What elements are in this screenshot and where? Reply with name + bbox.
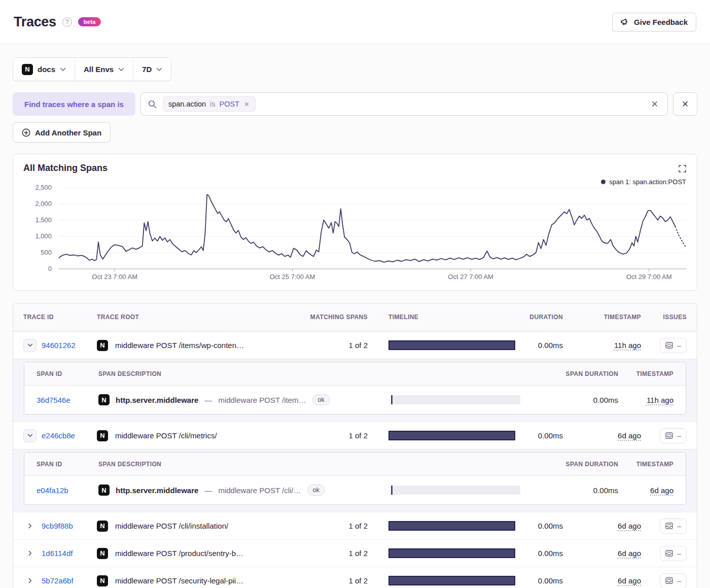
trace-timestamp[interactable]: 6d ago — [618, 549, 641, 558]
add-another-span-button[interactable]: Add Another Span — [13, 122, 111, 143]
project-selector[interactable]: N docs — [13, 58, 75, 81]
collapse-row-button[interactable] — [23, 429, 37, 442]
megaphone-icon — [621, 18, 629, 26]
help-icon[interactable]: ? — [62, 17, 72, 27]
chevron-right-icon — [28, 550, 32, 556]
x-axis-label: Oct 25 7:00 AM — [270, 273, 315, 281]
span-id-link[interactable]: e04fa12b — [37, 486, 68, 495]
span-timestamp[interactable]: 6d ago — [650, 486, 673, 495]
trace-root-text: middleware POST /security-legal-pii… — [115, 576, 243, 585]
issues-button[interactable]: – — [660, 573, 687, 588]
query-filter-chip[interactable]: span.action is POST ✕ — [163, 96, 256, 112]
spans-chart: 05001,0001,5002,0002,500 Oct 23 7:00 AMO… — [23, 188, 687, 272]
span-subtable-header: SPAN ID SPAN DESCRIPTION SPAN DURATION T… — [24, 453, 686, 476]
col-span-id: SPAN ID — [37, 370, 98, 377]
delete-span-row-button[interactable]: ✕ — [673, 92, 697, 116]
trace-timeline-bar[interactable] — [388, 431, 515, 440]
issues-button[interactable]: – — [660, 338, 687, 353]
y-axis-label: 2,000 — [35, 200, 52, 207]
trace-root-text: middleware POST /cli/installation/ — [115, 522, 228, 530]
issue-tray-icon — [665, 523, 673, 529]
trace-timeline-bar[interactable] — [388, 521, 515, 531]
trace-duration: 0.00ms — [515, 522, 563, 530]
date-range-selector-label: 7D — [142, 65, 152, 74]
remove-filter-icon[interactable]: ✕ — [243, 100, 250, 108]
fullscreen-icon[interactable] — [679, 165, 686, 172]
legend-label: span 1: span.action:POST — [609, 178, 686, 186]
span-status-badge: ok — [312, 394, 330, 405]
trace-id-link[interactable]: 94601262 — [42, 341, 76, 350]
chart-plot-area[interactable]: Oct 23 7:00 AMOct 25 7:00 AMOct 27 7:00 … — [59, 188, 687, 272]
trace-id-link[interactable]: e246cb8e — [42, 431, 75, 440]
col-timeline: TIMELINE — [368, 314, 515, 321]
search-icon — [148, 100, 157, 109]
span-timeline-bar[interactable] — [391, 486, 520, 495]
find-traces-label: Find traces where a span is — [13, 92, 135, 116]
filter-chip-value: POST — [220, 100, 239, 108]
trace-id-link[interactable]: 9cb9f88b — [42, 522, 73, 530]
trace-id-link[interactable]: 1d6114df — [42, 549, 73, 558]
span-duration: 0.00ms — [520, 396, 618, 404]
clear-search-icon[interactable]: ✕ — [649, 97, 660, 112]
span-timeline-bar[interactable] — [391, 395, 520, 404]
matching-spans-count: 1 of 2 — [297, 431, 368, 440]
chevron-down-icon — [27, 434, 33, 437]
span-row: e04fa12b N http.server.middleware — midd… — [24, 476, 686, 504]
y-axis-label: 2,500 — [35, 184, 52, 191]
trace-timestamp[interactable]: 6d ago — [618, 576, 641, 585]
col-span-description: SPAN DESCRIPTION — [98, 461, 391, 468]
trace-duration: 0.00ms — [515, 549, 563, 558]
trace-timeline-bar[interactable] — [388, 576, 515, 585]
expand-row-button[interactable] — [23, 520, 37, 533]
issues-button[interactable]: – — [660, 546, 687, 561]
issue-tray-icon — [665, 432, 673, 439]
x-axis-label: Oct 23 7:00 AM — [92, 273, 137, 281]
span-desc-separator: — — [204, 486, 212, 495]
chevron-right-icon — [28, 578, 32, 583]
span-status-badge: ok — [307, 485, 325, 496]
trace-timeline-bar[interactable] — [388, 340, 515, 350]
y-axis-label: 500 — [41, 249, 52, 256]
collapse-row-button[interactable] — [23, 339, 37, 352]
nextjs-project-icon: N — [98, 485, 110, 496]
span-desc-separator: — — [204, 396, 212, 404]
chart-legend[interactable]: span 1: span.action:POST — [601, 178, 686, 186]
expand-row-button[interactable] — [23, 574, 37, 587]
span-timeline-tick — [391, 486, 393, 495]
matching-spans-count: 1 of 2 — [297, 341, 368, 350]
span-id-link[interactable]: 36d7546e — [37, 396, 70, 404]
span-op: http.server.middleware — [116, 486, 198, 495]
col-duration: DURATION — [515, 314, 563, 321]
spans-chart-svg — [59, 188, 687, 272]
table-row: e246cb8e N middleware POST /cli/metrics/… — [13, 422, 697, 449]
y-axis-label: 1,000 — [35, 232, 52, 240]
expand-row-button[interactable] — [23, 547, 37, 560]
date-range-selector[interactable]: 7D — [133, 58, 171, 81]
col-issues: ISSUES — [641, 314, 687, 321]
y-axis-label: 0 — [48, 265, 52, 272]
chevron-down-icon — [118, 67, 124, 72]
environment-selector[interactable]: All Envs — [75, 58, 133, 81]
trace-id-link[interactable]: 5b72a6bf — [42, 576, 74, 585]
nextjs-project-icon: N — [97, 548, 108, 559]
nextjs-project-icon: N — [97, 521, 108, 532]
trace-timeline-bar[interactable] — [388, 548, 515, 558]
give-feedback-label: Give Feedback — [634, 18, 688, 26]
trace-timestamp[interactable]: 6d ago — [618, 431, 641, 440]
trace-timestamp[interactable]: 6d ago — [618, 522, 641, 530]
span-timestamp[interactable]: 11h ago — [647, 396, 673, 404]
span-search-input[interactable]: span.action is POST ✕ ✕ — [140, 92, 668, 116]
span-subtable: SPAN ID SPAN DESCRIPTION SPAN DURATION T… — [24, 362, 686, 414]
issues-button[interactable]: – — [660, 518, 687, 534]
col-span-timestamp: TIMESTAMP — [618, 370, 673, 377]
x-axis-label: Oct 29 7:00 AM — [626, 273, 672, 281]
nextjs-project-icon: N — [98, 394, 110, 405]
filter-chip-key: span.action — [168, 100, 206, 108]
table-row: 5b72a6bf N middleware POST /security-leg… — [13, 567, 697, 588]
col-span-duration: SPAN DURATION — [520, 370, 618, 377]
y-axis-label: 1,500 — [35, 216, 52, 224]
issues-button[interactable]: – — [660, 428, 687, 443]
issue-tray-icon — [665, 342, 673, 349]
give-feedback-button[interactable]: Give Feedback — [612, 13, 696, 31]
trace-timestamp[interactable]: 11h ago — [614, 341, 641, 350]
